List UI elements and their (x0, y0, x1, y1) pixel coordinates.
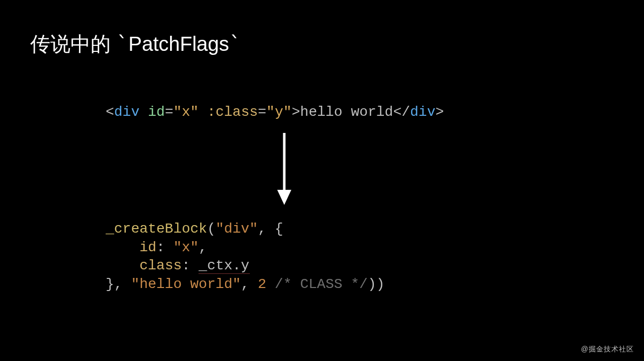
backtick-open: ` (116, 32, 128, 55)
tag-div-close: div (410, 104, 435, 120)
svg-marker-1 (277, 190, 291, 205)
attr-class: :class (207, 104, 258, 120)
arrow-down-icon (30, 130, 538, 208)
attr-id: id (148, 104, 165, 120)
slide-title: 传说中的 `PatchFlags` (30, 30, 614, 58)
tag-div-open: div (114, 104, 139, 120)
str-hello-world: "hello world" (131, 276, 240, 292)
val-ctx-y: _ctx.y (199, 258, 250, 274)
attr-id-value: "x" (173, 104, 198, 120)
key-id: id (139, 240, 156, 255)
patch-flag-number: 2 (258, 276, 266, 292)
title-prefix: 传说中的 (30, 33, 116, 55)
arg-div: "div" (215, 221, 258, 237)
attr-class-value: "y" (266, 104, 291, 120)
fn-createblock: _createBlock (106, 221, 207, 237)
slide: 传说中的 `PatchFlags` <div id="x" :class="y"… (0, 0, 644, 361)
content-area: <div id="x" :class="y">hello world</div>… (30, 103, 614, 294)
val-x: "x" (173, 240, 198, 255)
patch-flag-comment: /* CLASS */ (275, 276, 368, 292)
template-text: hello world (300, 104, 393, 120)
template-code: <div id="x" :class="y">hello world</div> (106, 103, 614, 121)
angle-open: < (106, 104, 114, 120)
watermark: @掘金技术社区 (581, 345, 634, 354)
key-class: class (139, 258, 182, 273)
title-name: PatchFlags (128, 33, 229, 55)
output-code: _createBlock("div", { id: "x", class: _c… (106, 220, 614, 294)
backtick-close: ` (229, 32, 241, 55)
